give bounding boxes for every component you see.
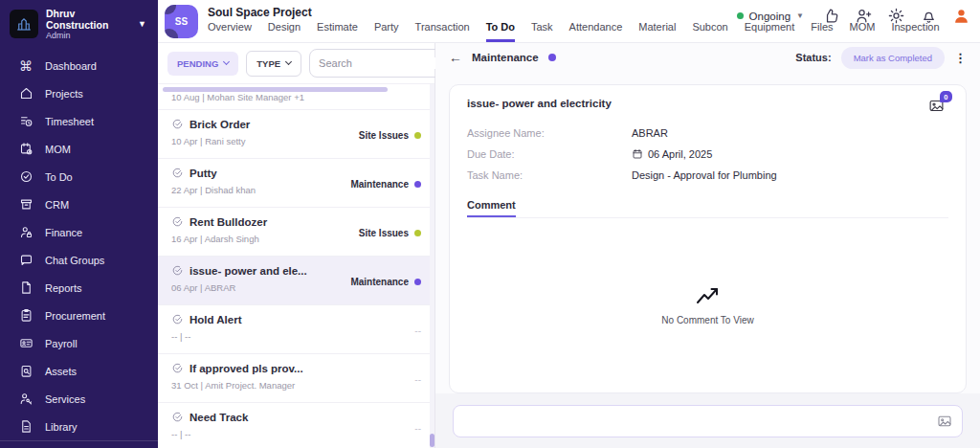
type-filter-dropdown[interactable]: TYPE xyxy=(246,51,301,77)
sidebar-item-mom[interactable]: MOM xyxy=(0,135,158,163)
list-item[interactable]: Need Track -- | -- -- xyxy=(158,403,434,448)
check-circle-icon xyxy=(171,215,184,228)
tab-party[interactable]: Party xyxy=(374,21,399,42)
vertical-scrollbar-thumb[interactable] xyxy=(430,434,434,447)
sidebar-item-chat-groups[interactable]: Chat Groups xyxy=(0,246,158,274)
id-card-icon xyxy=(18,336,33,351)
tab-attendance[interactable]: Attendance xyxy=(569,21,623,42)
sidebar-item-payroll[interactable]: Payroll xyxy=(0,329,158,357)
sidebar-item-assets[interactable]: Assets xyxy=(0,357,158,385)
detail-category: Maintenance xyxy=(472,52,539,63)
document-icon xyxy=(18,280,33,296)
dashboard-icon: ⌘ xyxy=(18,58,33,74)
check-circle-icon xyxy=(171,362,184,374)
attachment-count-badge: 0 xyxy=(940,91,952,102)
sidebar-item-reports[interactable]: Reports xyxy=(0,274,158,302)
thumbs-up-icon[interactable] xyxy=(822,7,840,25)
project-header: SS Soul Space Project Overview Design Es… xyxy=(158,0,980,43)
sidebar-item-services[interactable]: Services xyxy=(0,385,158,413)
tab-comment[interactable]: Comment xyxy=(467,199,516,217)
sidebar-item-todo[interactable]: To Do xyxy=(0,163,158,190)
comment-input[interactable] xyxy=(463,415,937,427)
assignee-label: Assignee Name: xyxy=(467,127,632,139)
check-circle-icon xyxy=(171,167,184,179)
app-window: Dhruv Construction Admin ▼ ⌘ Dashboard P… xyxy=(0,0,980,448)
add-user-icon[interactable] xyxy=(855,7,873,25)
todo-list: 10 Aug | Mohan Site Manager +1 Brick Ord… xyxy=(158,84,434,448)
check-circle-icon xyxy=(171,411,184,423)
todo-list-panel: PENDING TYPE 10 Aug | Mohan Site Manager… xyxy=(158,43,435,448)
list-clock-icon xyxy=(18,114,33,129)
mark-completed-button[interactable]: Mark as Completed xyxy=(841,47,945,69)
category-label: Site Issues xyxy=(359,130,409,141)
category-dot xyxy=(414,230,421,236)
tab-transaction[interactable]: Transaction xyxy=(415,21,470,42)
vertical-scrollbar-track[interactable] xyxy=(430,84,434,448)
category-label: -- xyxy=(414,374,421,385)
gear-icon[interactable] xyxy=(887,7,905,25)
attach-image-button[interactable] xyxy=(937,414,952,429)
check-circle-icon xyxy=(171,313,184,325)
category-dot xyxy=(414,279,421,285)
check-circle-icon xyxy=(18,169,33,185)
category-label: Maintenance xyxy=(350,179,409,190)
trending-up-icon xyxy=(695,285,722,306)
tab-subcon[interactable]: Subcon xyxy=(692,21,727,42)
tab-design[interactable]: Design xyxy=(268,21,301,42)
category-dot xyxy=(414,181,421,188)
category-dot xyxy=(548,54,556,61)
list-item[interactable]: Hold Alert -- | -- -- xyxy=(158,305,434,354)
list-item-selected[interactable]: issue- power and ele... 06 Apr | ABRAR M… xyxy=(158,257,434,305)
assignee-value: ABRAR xyxy=(632,127,668,139)
sidebar-item-finance[interactable]: Finance xyxy=(0,218,158,246)
attachments-button[interactable]: 0 xyxy=(928,98,945,118)
profile-avatar-icon[interactable] xyxy=(952,7,970,25)
chat-icon xyxy=(18,253,33,268)
clipboard-icon xyxy=(18,308,33,324)
kebab-menu-icon[interactable]: ⋮ xyxy=(954,51,967,65)
category-label: Site Issues xyxy=(359,228,409,238)
bell-icon[interactable] xyxy=(920,7,938,25)
due-date-value: 06 April, 2025 xyxy=(632,148,712,160)
org-logo xyxy=(10,10,38,38)
content-area: PENDING TYPE 10 Aug | Mohan Site Manager… xyxy=(158,43,980,448)
category-label: -- xyxy=(414,325,421,336)
comment-composer xyxy=(435,393,980,448)
home-icon xyxy=(18,86,33,101)
org-switcher[interactable]: Dhruv Construction Admin ▼ xyxy=(0,0,158,46)
main-area: SS Soul Space Project Overview Design Es… xyxy=(158,0,980,448)
sidebar-item-dashboard[interactable]: ⌘ Dashboard xyxy=(0,52,158,79)
list-item[interactable]: If approved pls prov... 31 Oct | Amit Pr… xyxy=(158,354,434,403)
sidebar-item-procurement[interactable]: Procurement xyxy=(0,302,158,329)
chevron-down-icon: ▼ xyxy=(796,11,804,20)
tab-material[interactable]: Material xyxy=(638,21,676,42)
comment-input-box xyxy=(453,405,963,437)
calendar-icon xyxy=(632,148,643,160)
sidebar-item-crm[interactable]: CRM xyxy=(0,190,158,218)
app-version: © Onsite Teams | v8.11.0 xyxy=(0,440,158,448)
sidebar-item-library[interactable]: Library xyxy=(0,413,158,440)
tab-task[interactable]: Task xyxy=(531,21,553,42)
project-status-select[interactable]: Ongoing ▼ xyxy=(737,11,804,22)
sidebar-item-timesheet[interactable]: Timesheet xyxy=(0,107,158,135)
list-item[interactable]: Putty 22 Apr | Dishad khan Maintenance xyxy=(158,159,434,208)
image-icon xyxy=(937,414,952,429)
task-detail-panel: ← Maintenance Status: Mark as Completed … xyxy=(435,43,980,448)
clipboard-search-icon xyxy=(18,364,33,379)
project-avatar: SS xyxy=(165,5,198,38)
tab-estimate[interactable]: Estimate xyxy=(317,21,358,42)
back-arrow-icon[interactable]: ← xyxy=(449,51,462,64)
check-circle-icon xyxy=(171,264,184,277)
search-input[interactable] xyxy=(319,57,455,69)
chevron-down-icon xyxy=(223,58,230,65)
status-filter-dropdown[interactable]: PENDING xyxy=(167,52,238,76)
sidebar-item-projects[interactable]: Projects xyxy=(0,79,158,107)
list-item[interactable]: Brick Order 10 Apr | Rani setty Site Iss… xyxy=(158,110,434,159)
chevron-down-icon xyxy=(285,58,292,65)
horizontal-scrollbar-thumb[interactable] xyxy=(163,87,388,92)
list-item[interactable]: Rent Bulldozer 16 Apr | Adarsh Singh Sit… xyxy=(158,208,434,257)
user-key-icon xyxy=(18,392,33,407)
tab-todo[interactable]: To Do xyxy=(486,21,515,42)
tab-overview[interactable]: Overview xyxy=(208,21,252,42)
comment-empty-state: No Comment To View xyxy=(450,218,966,392)
